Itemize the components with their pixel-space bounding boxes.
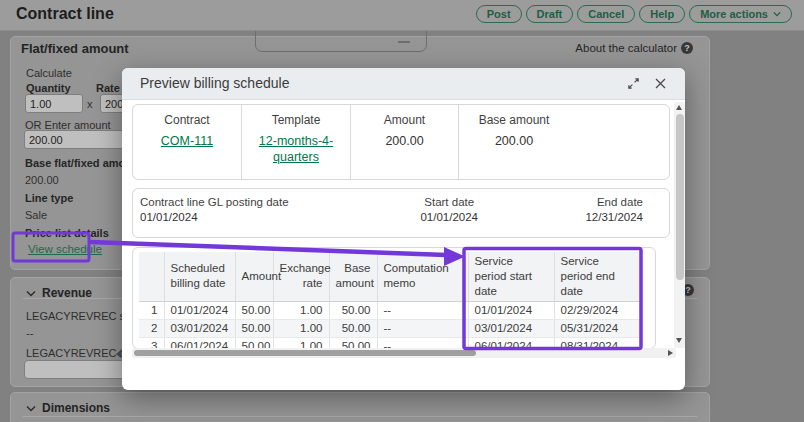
service-period-start-header: Service period start date <box>468 252 554 301</box>
post-button[interactable]: Post <box>476 5 522 23</box>
dates-strip: Contract line GL posting date 01/01/2024… <box>132 188 670 238</box>
start-date-value: 01/01/2024 <box>369 211 530 223</box>
billing-schedule-table-panel: Scheduled billing date Amount Exchange r… <box>132 247 656 349</box>
start-date: Start date 01/01/2024 <box>369 189 530 237</box>
calculate-label: Calculate <box>26 67 72 79</box>
table-cell: 01/01/2024 <box>164 301 235 319</box>
service-period-end-header: Service period end date <box>554 252 640 301</box>
cancel-button[interactable]: Cancel <box>577 5 635 23</box>
filler-header <box>640 252 651 301</box>
table-cell: 02/29/2024 <box>554 301 640 319</box>
page-title: Contract line <box>16 5 114 23</box>
filler-cell <box>640 301 651 319</box>
filler-cell <box>640 319 651 337</box>
row-number-cell: 1 <box>139 301 164 319</box>
line-type-label: Line type <box>25 192 73 204</box>
section-divider <box>23 416 697 417</box>
help-button[interactable]: Help <box>639 5 685 23</box>
table-cell: -- <box>377 319 468 337</box>
summary-template: Template 12-months-4-quarters <box>242 105 351 179</box>
base-flat-fixed-value: 200.00 <box>25 174 59 186</box>
horizontal-scrollbar[interactable] <box>132 348 676 358</box>
summary-strip: Contract COM-111 Template 12-months-4-qu… <box>132 104 670 180</box>
scroll-down-icon[interactable] <box>676 338 682 343</box>
table-cell: 05/31/2024 <box>554 319 640 337</box>
summary-base-amount: Base amount 200.00 <box>459 105 669 179</box>
exchange-rate-header: Exchange rate <box>273 252 329 301</box>
table-cell: 1.00 <box>273 301 329 319</box>
base-amount-value: 200.00 <box>466 134 562 150</box>
quantity-input[interactable] <box>25 94 83 113</box>
dialog-header: Preview billing schedule <box>122 68 685 100</box>
chevron-down-icon <box>26 290 36 297</box>
rate-label: Rate <box>96 82 120 94</box>
legacyrevrec-status-value: -- <box>26 327 33 339</box>
computation-memo-header: Computation memo <box>377 252 468 301</box>
amount-value: 200.00 <box>357 134 453 150</box>
summary-contract: Contract COM-111 <box>133 105 242 179</box>
scroll-left-icon[interactable] <box>116 350 121 358</box>
quantity-label: Quantity <box>26 82 71 94</box>
row-number-cell: 2 <box>139 319 164 337</box>
start-date-label: Start date <box>369 196 530 208</box>
gl-posting-date: Contract line GL posting date 01/01/2024 <box>133 189 369 237</box>
table-cell: 03/01/2024 <box>164 319 235 337</box>
template-link[interactable]: 12-months-4-quarters <box>248 134 344 165</box>
enter-amount-input[interactable] <box>24 130 126 149</box>
table-cell: 50.00 <box>329 301 377 319</box>
about-calculator-label: About the calculator <box>575 42 677 54</box>
vertical-scrollbar-thumb[interactable] <box>676 114 684 280</box>
table-cell: 50.00 <box>235 319 273 337</box>
vertical-scrollbar[interactable] <box>674 102 685 348</box>
draft-button[interactable]: Draft <box>526 5 574 23</box>
panel-heading: Flat/fixed amount <box>21 41 129 56</box>
horizontal-scrollbar-thumb[interactable] <box>134 350 476 356</box>
about-calculator-link[interactable]: About the calculator ? <box>575 42 693 54</box>
scroll-right-icon[interactable] <box>668 350 673 356</box>
table-cell: 1.00 <box>273 319 329 337</box>
template-label: Template <box>272 113 321 127</box>
scroll-up-icon[interactable] <box>676 105 682 110</box>
summary-amount: Amount 200.00 <box>351 105 459 179</box>
dimensions-section-header[interactable]: Dimensions <box>26 401 110 415</box>
table-cell: 03/01/2024 <box>468 319 554 337</box>
app-window: Contract line Post Draft Cancel Help Mor… <box>0 0 804 422</box>
multiply-sign: x <box>87 98 93 110</box>
base-amount-label: Base amount <box>479 113 550 127</box>
table-cell: 50.00 <box>235 301 273 319</box>
dropdown-indicator <box>398 41 410 43</box>
gl-posting-date-label: Contract line GL posting date <box>140 196 369 208</box>
end-date-label: End date <box>530 196 643 208</box>
table-cell: 50.00 <box>329 319 377 337</box>
amount-label: Amount <box>384 113 425 127</box>
end-date: End date 12/31/2024 <box>530 189 669 237</box>
legacyrevrec-template-input[interactable] <box>24 360 130 379</box>
contract-label: Contract <box>164 113 209 127</box>
table-row: 1 01/01/2024 50.00 1.00 50.00 -- 01/01/2… <box>139 301 651 319</box>
table-header-row: Scheduled billing date Amount Exchange r… <box>139 252 651 301</box>
view-schedule-link[interactable]: View schedule <box>28 243 102 255</box>
line-type-value: Sale <box>25 209 47 221</box>
table-cell: -- <box>377 301 468 319</box>
help-icon[interactable]: ? <box>681 42 693 54</box>
contract-link[interactable]: COM-111 <box>139 134 235 150</box>
table-row: 2 03/01/2024 50.00 1.00 50.00 -- 03/01/2… <box>139 319 651 337</box>
expand-icon[interactable] <box>626 76 641 91</box>
row-number-header <box>139 252 164 301</box>
end-date-value: 12/31/2024 <box>530 211 643 223</box>
more-actions-label: More actions <box>700 8 768 20</box>
amount-header: Amount <box>235 252 273 301</box>
dialog-title: Preview billing schedule <box>140 68 289 99</box>
chevron-down-icon <box>773 11 781 17</box>
more-actions-button[interactable]: More actions <box>689 5 792 23</box>
action-buttons: Post Draft Cancel Help More actions <box>476 5 792 23</box>
chevron-down-icon <box>26 405 36 412</box>
top-bar: Contract line Post Draft Cancel Help Mor… <box>0 0 804 31</box>
scheduled-billing-date-header: Scheduled billing date <box>164 252 235 301</box>
price-list-details-label: Price list details <box>25 227 109 239</box>
billing-schedule-table: Scheduled billing date Amount Exchange r… <box>139 252 651 349</box>
dimensions-heading: Dimensions <box>42 401 110 415</box>
dimensions-panel: Dimensions <box>10 392 710 422</box>
close-icon[interactable] <box>653 76 668 91</box>
gl-posting-date-value: 01/01/2024 <box>140 211 369 223</box>
